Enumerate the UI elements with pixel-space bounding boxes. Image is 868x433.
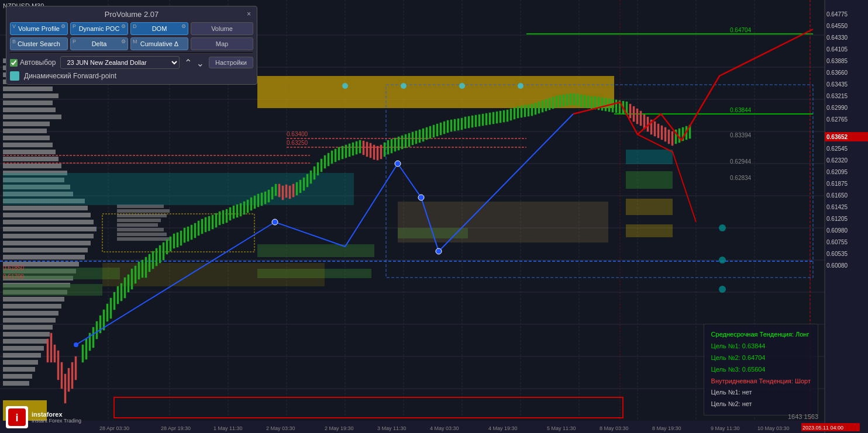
target1-midterm: Цель №1: 0.63844 [711,341,811,352]
svg-text:0.61650: 0.61650 [826,192,848,199]
instaforex-name: instaforex [32,411,81,418]
svg-text:0.63660: 0.63660 [826,70,848,76]
svg-rect-280 [657,124,659,138]
svg-rect-248 [545,99,547,111]
svg-rect-36 [3,93,58,98]
svg-rect-129 [128,275,129,292]
dynamic-forward-row: Динамический Forward-point [10,71,253,81]
svg-rect-283 [668,130,670,144]
svg-rect-76 [3,374,32,379]
svg-rect-141 [170,237,171,251]
svg-rect-174 [285,185,287,198]
svg-rect-74 [3,360,38,365]
panel-title: ProVolume 2.07 × [10,10,253,19]
svg-point-291 [395,161,401,167]
svg-rect-145 [184,228,185,243]
svg-rect-247 [542,101,543,112]
svg-rect-226 [468,116,470,128]
svg-rect-125 [113,292,115,310]
svg-rect-116 [82,345,84,362]
svg-rect-203 [387,140,389,154]
svg-rect-236 [503,110,505,122]
dom-btn[interactable]: D DOM ⚙ [130,22,188,35]
svg-text:4 May 03:30: 4 May 03:30 [430,425,459,431]
svg-rect-246 [538,102,540,113]
svg-text:5 May 11:30: 5 May 11:30 [547,425,576,431]
svg-rect-228 [475,115,477,127]
svg-text:0.63652: 0.63652 [826,134,848,140]
target3-midterm: Цель №3: 0.65604 [711,364,811,376]
svg-rect-43 [3,143,53,147]
svg-rect-260 [587,96,589,108]
svg-rect-113 [68,368,70,392]
svg-rect-131 [135,266,136,283]
svg-rect-262 [594,96,596,109]
svg-rect-153 [212,215,213,229]
intraday-target2: Цель №2: нет [711,399,811,410]
svg-point-102 [719,286,726,293]
svg-rect-235 [500,111,501,123]
svg-text:0.64105: 0.64105 [826,46,848,53]
svg-rect-127 [120,283,122,301]
instrument-down-arrow[interactable]: ⌃ [197,57,204,68]
cluster-search-btn[interactable]: B Cluster Search [10,37,68,50]
svg-text:0.62944: 0.62944 [730,158,752,165]
svg-rect-123 [106,304,108,321]
autochoice-label[interactable]: Автовыбор [10,58,56,67]
svg-rect-128 [124,278,126,298]
svg-rect-225 [464,117,466,129]
svg-text:0.61875: 0.61875 [826,181,848,187]
svg-text:1 May 11:30: 1 May 11:30 [213,425,243,431]
svg-rect-274 [636,109,638,124]
svg-rect-37 [3,101,53,105]
svg-rect-178 [299,180,301,193]
svg-text:0.62095: 0.62095 [826,169,848,175]
autochoice-checkbox[interactable] [10,59,18,67]
svg-rect-242 [524,105,526,117]
svg-rect-58 [3,248,88,252]
svg-rect-194 [356,141,357,154]
svg-rect-120 [96,321,98,339]
svg-rect-133 [142,260,143,278]
map-btn[interactable]: Map [191,37,253,50]
svg-point-293 [436,248,442,254]
svg-text:0.64704: 0.64704 [730,27,752,33]
instrument-up-arrow[interactable]: ⌃ [184,57,192,68]
svg-rect-257 [577,94,578,106]
svg-rect-252 [559,95,561,107]
dynamic-forward-label: Динамический Forward-point [24,72,116,80]
svg-rect-205 [394,138,396,151]
panel-close-btn[interactable]: × [247,10,251,18]
svg-text:0.83394: 0.83394 [730,132,752,138]
svg-rect-161 [240,203,242,216]
svg-rect-158 [229,207,231,220]
volume-profile-btn[interactable]: V Volume Profile ⚙ [10,22,68,35]
svg-rect-265 [605,98,607,111]
svg-rect-154 [215,213,217,227]
svg-text:0.61205: 0.61205 [826,216,848,222]
svg-rect-193 [352,143,354,155]
settings-button[interactable]: Настройки [209,57,253,68]
svg-rect-80 [117,214,167,217]
svg-rect-155 [219,212,221,225]
volume-btn[interactable]: Volume [191,22,253,35]
svg-rect-138 [159,245,161,263]
svg-rect-107 [47,339,49,362]
panel-title-text: ProVolume 2.07 [105,10,159,19]
svg-text:28 Apr 03:30: 28 Apr 03:30 [99,425,129,431]
svg-rect-114 [71,362,73,389]
svg-rect-112 [64,374,66,403]
svg-rect-45 [3,157,58,161]
delta-btn[interactable]: P Delta ⚙ [70,37,128,50]
dynamic-poc-btn[interactable]: P Dynamic POC ⚙ [70,22,128,35]
svg-rect-156 [222,210,224,224]
svg-rect-275 [640,111,642,126]
svg-rect-149 [198,221,199,235]
svg-text:0.64550: 0.64550 [826,23,848,29]
cumulative-delta-btn[interactable]: M Cumulative Δ [130,37,188,50]
instrument-select[interactable]: 23 JUN New Zealand Dollar [60,56,180,69]
svg-rect-230 [482,114,484,126]
svg-rect-84 [117,233,167,236]
svg-rect-181 [310,171,312,183]
svg-rect-59 [3,255,85,259]
